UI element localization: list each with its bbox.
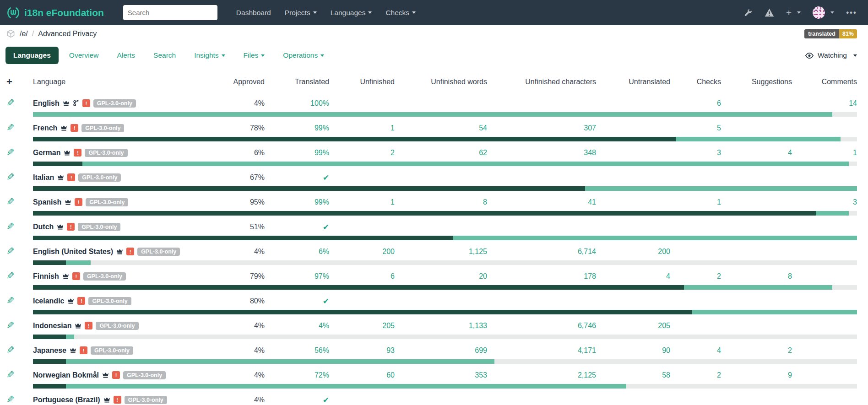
checks-link[interactable]: 4 — [717, 346, 721, 354]
license-badge[interactable]: GPL-3.0-only — [88, 297, 131, 305]
translated-link[interactable]: 72% — [315, 371, 329, 379]
checks-link[interactable]: 2 — [717, 272, 721, 280]
search-input[interactable] — [123, 5, 217, 20]
edit-pencil-icon[interactable]: ✎ — [6, 346, 15, 355]
unfinished-characters-link[interactable]: 6,746 — [578, 322, 596, 329]
unfinished-words-link[interactable]: 1,133 — [469, 322, 487, 329]
unfinished-characters-link[interactable]: 178 — [584, 272, 596, 280]
unfinished-words-link[interactable]: 353 — [475, 371, 487, 379]
license-badge[interactable]: GPL-3.0-only — [125, 396, 167, 404]
license-badge[interactable]: GPL-3.0-only — [96, 322, 138, 330]
unfinished-link[interactable]: 60 — [386, 371, 395, 379]
unfinished-characters-link[interactable]: 41 — [588, 198, 596, 206]
alert-badge[interactable]: ! — [114, 396, 121, 404]
license-badge[interactable]: GPL-3.0-only — [78, 173, 121, 182]
unfinished-characters-link[interactable]: 348 — [584, 149, 596, 157]
alert-badge[interactable]: ! — [71, 124, 78, 132]
alert-badge[interactable]: ! — [67, 173, 75, 181]
tab-alerts[interactable]: Alerts — [109, 47, 143, 64]
add-menu-button[interactable]: + — [786, 8, 801, 17]
edit-pencil-icon[interactable]: ✎ — [6, 321, 15, 330]
translated-link[interactable]: 4% — [319, 322, 329, 329]
suggestions-link[interactable]: 8 — [788, 272, 792, 280]
untranslated-link[interactable]: 205 — [658, 322, 670, 329]
license-badge[interactable]: GPL-3.0-only — [78, 223, 120, 231]
alert-badge[interactable]: ! — [85, 322, 92, 329]
edit-pencil-icon[interactable]: ✎ — [6, 271, 15, 281]
more-icon[interactable]: ••• — [846, 8, 857, 17]
nav-item-projects[interactable]: Projects — [279, 5, 323, 21]
untranslated-link[interactable]: 90 — [662, 346, 670, 354]
tab-search[interactable]: Search — [146, 47, 184, 64]
comments-link[interactable]: 14 — [849, 99, 857, 107]
translated-link[interactable]: 56% — [315, 346, 329, 354]
language-link[interactable]: Norwegian Bokmål — [33, 371, 99, 379]
unfinished-characters-link[interactable]: 307 — [584, 124, 596, 132]
license-badge[interactable]: GPL-3.0-only — [137, 248, 180, 256]
language-link[interactable]: Icelandic — [33, 297, 64, 305]
untranslated-link[interactable]: 4 — [666, 272, 670, 280]
license-badge[interactable]: GPL-3.0-only — [85, 149, 127, 157]
unfinished-words-link[interactable]: 8 — [483, 198, 487, 206]
language-link[interactable]: Dutch — [33, 223, 54, 231]
translated-link[interactable]: 99% — [315, 124, 329, 132]
tab-overview[interactable]: Overview — [61, 47, 107, 64]
unfinished-characters-link[interactable]: 2,125 — [578, 371, 596, 379]
unfinished-link[interactable]: 93 — [386, 346, 395, 354]
checks-link[interactable]: 2 — [717, 371, 721, 379]
alert-badge[interactable]: ! — [72, 272, 80, 280]
tab-operations[interactable]: Operations — [275, 47, 332, 64]
brand-home-link[interactable]: i18n eFoundation — [6, 6, 104, 20]
nav-item-languages[interactable]: Languages — [325, 5, 378, 21]
language-link[interactable]: French — [33, 124, 57, 132]
suggestions-link[interactable]: 4 — [788, 149, 792, 157]
edit-pencil-icon[interactable]: ✎ — [6, 98, 15, 108]
alert-badge[interactable]: ! — [126, 248, 134, 255]
wrench-icon[interactable] — [743, 8, 753, 17]
checks-link[interactable]: 5 — [717, 124, 721, 132]
translated-link[interactable]: 6% — [319, 248, 329, 255]
license-badge[interactable]: GPL-3.0-only — [83, 272, 126, 281]
unfinished-words-link[interactable]: 699 — [475, 346, 487, 354]
unfinished-words-link[interactable]: 1,125 — [469, 248, 487, 255]
unfinished-words-link[interactable]: 54 — [479, 124, 487, 132]
untranslated-link[interactable]: 58 — [662, 371, 670, 379]
warning-icon[interactable] — [765, 8, 774, 17]
add-language-button[interactable]: + — [6, 76, 12, 87]
user-menu-button[interactable] — [813, 6, 834, 19]
tab-languages[interactable]: Languages — [5, 47, 59, 64]
comments-link[interactable]: 3 — [853, 198, 857, 206]
unfinished-words-link[interactable]: 20 — [479, 272, 487, 280]
unfinished-characters-link[interactable]: 4,171 — [578, 346, 596, 354]
edit-pencil-icon[interactable]: ✎ — [6, 222, 15, 232]
language-link[interactable]: Portuguese (Brazil) — [33, 396, 100, 404]
breadcrumb-root-link[interactable]: /e/ — [20, 30, 28, 38]
watching-dropdown[interactable]: Watching — [805, 51, 857, 59]
translated-link[interactable]: 97% — [315, 272, 329, 280]
language-link[interactable]: Spanish — [33, 198, 61, 206]
nav-item-checks[interactable]: Checks — [380, 5, 422, 21]
unfinished-words-link[interactable]: 62 — [479, 149, 487, 157]
license-badge[interactable]: GPL-3.0-only — [93, 99, 136, 108]
unfinished-link[interactable]: 200 — [382, 248, 395, 255]
edit-pencil-icon[interactable]: ✎ — [6, 148, 15, 157]
edit-pencil-icon[interactable]: ✎ — [6, 370, 15, 380]
untranslated-link[interactable]: 200 — [658, 248, 670, 255]
edit-pencil-icon[interactable]: ✎ — [6, 395, 15, 405]
tab-files[interactable]: Files — [236, 47, 273, 64]
alert-badge[interactable]: ! — [77, 297, 85, 305]
language-link[interactable]: English (United States) — [33, 248, 113, 256]
unfinished-link[interactable]: 6 — [391, 272, 395, 280]
translated-link[interactable]: 100% — [310, 99, 329, 107]
language-link[interactable]: English — [33, 99, 60, 108]
alert-badge[interactable]: ! — [74, 149, 81, 157]
unfinished-link[interactable]: 1 — [391, 198, 395, 206]
language-link[interactable]: Japanese — [33, 346, 66, 355]
alert-badge[interactable]: ! — [112, 371, 120, 379]
unfinished-link[interactable]: 1 — [391, 124, 395, 132]
license-badge[interactable]: GPL-3.0-only — [86, 198, 128, 206]
alert-badge[interactable]: ! — [82, 99, 90, 107]
edit-pencil-icon[interactable]: ✎ — [6, 173, 15, 182]
language-link[interactable]: Finnish — [33, 272, 59, 281]
alert-badge[interactable]: ! — [80, 346, 87, 354]
